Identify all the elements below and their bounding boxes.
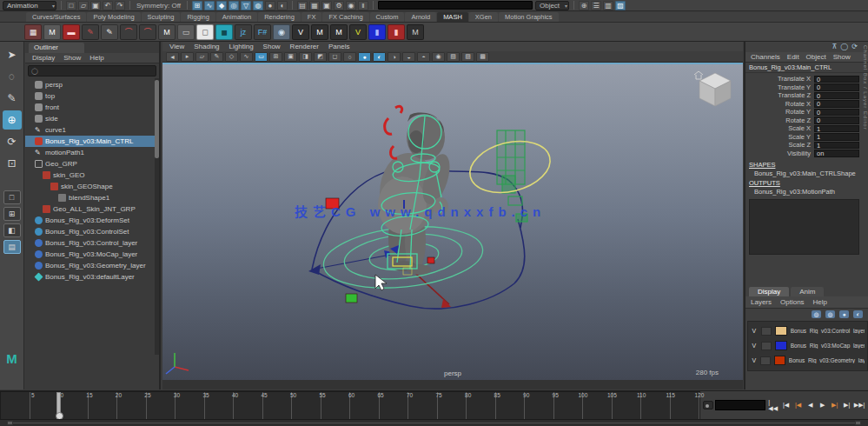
outliner-item[interactable]: Bonus_Rig_v03:ControlSet <box>25 226 159 237</box>
shelf-tab[interactable]: FX Caching <box>322 12 368 22</box>
hypershade-icon[interactable]: ◉ <box>346 1 356 10</box>
render-settings-icon[interactable]: ⚙ <box>334 1 344 10</box>
layout-single-pane-button[interactable]: □ <box>3 190 21 204</box>
shelf-item[interactable]: ⌒ <box>120 24 137 40</box>
attribute-label[interactable]: Visibility <box>787 150 811 157</box>
layer-name[interactable]: Bonus_Rig_v03:Geometry_layer <box>789 357 865 363</box>
shelf-item[interactable]: M <box>330 24 348 40</box>
time-tick[interactable]: 50 <box>263 392 293 419</box>
shelf-tab[interactable]: XGen <box>469 12 498 22</box>
shelf-item[interactable]: ▦ <box>24 24 42 40</box>
outliner-item[interactable]: Bonus_Rig_v03:MoCap_layer <box>25 249 159 260</box>
attribute-label[interactable]: Translate X <box>778 75 811 83</box>
range-slider[interactable] <box>0 419 868 426</box>
time-tick[interactable]: 10 <box>30 392 60 419</box>
shelf-item[interactable]: ⌒ <box>139 24 156 40</box>
channel-box-object-name[interactable]: Bonus_Rig_v03:Main_CTRL <box>745 63 868 73</box>
outliner-item[interactable]: blendShape1 <box>25 192 159 203</box>
save-scene-icon[interactable]: ▣ <box>90 1 101 10</box>
outliner-search[interactable]: ◯ <box>28 65 156 77</box>
shelf-tab[interactable]: Motion Graphics <box>499 12 559 22</box>
snap-view-plane-icon[interactable]: ▽ <box>241 1 251 10</box>
outliner-menu-item[interactable]: Display <box>32 54 55 62</box>
shelf-item[interactable]: ✎ <box>82 24 99 40</box>
attribute-value-field[interactable]: on <box>814 150 859 157</box>
paint-select-tool[interactable]: ✎ <box>3 89 22 108</box>
viewport-icon[interactable]: ▸ <box>181 52 194 62</box>
viewport-menu-item[interactable]: Renderer <box>290 43 319 50</box>
viewport-icon[interactable]: ◉ <box>432 52 445 62</box>
attribute-value-field[interactable]: 1 <box>814 142 859 150</box>
viewport-icon[interactable]: ○ <box>343 52 356 62</box>
step-forward-key-button[interactable]: ▶| <box>829 400 840 410</box>
outliner-item[interactable]: skin_GEO <box>25 170 159 181</box>
view-cube[interactable] <box>694 71 731 106</box>
outliner-item[interactable]: Bonus_Rig_v03:Geometry_layer <box>25 260 159 271</box>
layer-visibility-toggle[interactable]: V <box>751 328 758 334</box>
shelf-item[interactable]: F# <box>254 24 271 40</box>
outliner-item[interactable]: Bonus_Rig_v03:DeformSet <box>25 215 159 226</box>
layout-custom-button[interactable]: ▤ <box>3 240 21 254</box>
time-tick[interactable]: 120 <box>671 392 700 419</box>
layer-visibility-toggle[interactable]: V <box>751 343 758 349</box>
viewport-panel[interactable]: ViewShadingLightingShowRendererPanels ◄▸… <box>162 42 743 389</box>
pause-viewport-icon[interactable]: ‖ <box>358 1 368 10</box>
time-tick[interactable]: 90 <box>496 392 526 419</box>
3d-scene[interactable]: 技艺CG www.qdnxxfb.cn persp 280 fps <box>162 64 743 380</box>
shelf-item[interactable]: ▭ <box>177 24 195 40</box>
viewport-menu-item[interactable]: Show <box>263 43 281 50</box>
viewport-menu-item[interactable]: Shading <box>194 43 219 50</box>
layer-name[interactable]: Bonus_Rig_v03:MoCap_layer <box>791 343 865 349</box>
viewport-icon[interactable]: ▱ <box>195 52 209 62</box>
outliner-item[interactable]: Geo_GRP <box>25 158 159 170</box>
layout-two-pane-button[interactable]: ◧ <box>3 223 21 237</box>
rotate-tool[interactable]: ⟳ <box>3 132 22 151</box>
layer-type-toggle[interactable] <box>761 342 772 350</box>
shelf-item[interactable]: ▮ <box>388 24 405 40</box>
snap-projected-center-icon[interactable]: ◎ <box>229 1 239 10</box>
viewport-icon[interactable]: ● <box>358 52 371 62</box>
shape-node-name[interactable]: Bonus_Rig_v03:Main_CTRLShape <box>745 169 868 177</box>
attribute-value-field[interactable]: 0 <box>814 83 859 91</box>
time-tick[interactable]: 115 <box>641 392 671 419</box>
make-live-icon[interactable]: ◍ <box>253 1 263 10</box>
shelf-item[interactable]: M <box>407 24 424 40</box>
attribute-label[interactable]: Rotate X <box>785 100 811 108</box>
time-tick[interactable]: 55 <box>292 392 321 419</box>
viewport-icon[interactable]: ◩ <box>314 52 327 62</box>
snap-curve-icon[interactable]: ∿ <box>204 1 215 10</box>
attribute-label[interactable]: Scale X <box>788 124 811 132</box>
layer-type-toggle[interactable] <box>761 327 772 336</box>
shelf-tab[interactable]: Sculpting <box>142 12 181 22</box>
layer-color-swatch[interactable] <box>775 326 787 336</box>
shelf-item[interactable]: M <box>311 24 328 40</box>
viewport-icon[interactable]: ▩ <box>476 52 489 62</box>
output-node-name[interactable]: Bonus_Rig_v03:MotionPath <box>745 187 868 196</box>
move-layer-down-button[interactable]: ◍ <box>825 310 835 318</box>
outliner-menu-item[interactable]: Help <box>89 54 103 62</box>
open-scene-icon[interactable]: ▱ <box>78 1 89 10</box>
viewport-icon[interactable]: ✎ <box>210 52 223 62</box>
viewport-icon[interactable]: ◒ <box>402 52 415 62</box>
viewport-icon[interactable]: ▧ <box>447 52 460 62</box>
shelf-tab[interactable]: Rigging <box>181 12 215 22</box>
layer-visibility-toggle[interactable]: V <box>751 357 757 363</box>
time-tick[interactable]: 35 <box>176 392 205 419</box>
layout-four-pane-button[interactable]: ⊞ <box>3 207 21 221</box>
attribute-label[interactable]: Scale Z <box>789 141 811 149</box>
outliner-scrollbar[interactable] <box>155 78 159 355</box>
symmetry-dropdown[interactable]: Symmetry: Off <box>135 2 182 10</box>
character-controls-icon[interactable]: ☰ <box>591 1 601 10</box>
outliner-item[interactable]: Bonus_Rig_v03:Control_layer <box>25 237 159 249</box>
step-back-key-button[interactable]: |◀ <box>792 400 804 410</box>
range-slider-left-handle[interactable] <box>7 421 13 425</box>
move-tool[interactable]: ⊕ <box>3 110 22 130</box>
outliner-item[interactable]: Bonus_Rig_v03:Main_CTRL <box>25 136 159 147</box>
shelf-item[interactable]: M <box>158 24 176 40</box>
menu-set-dropdown[interactable]: Animation <box>3 1 56 10</box>
shelf-tab[interactable]: Poly Modeling <box>87 12 140 22</box>
scrollbar-thumb[interactable] <box>155 80 159 158</box>
redo-icon[interactable]: ↷ <box>115 1 125 10</box>
layer-type-toggle[interactable] <box>760 356 770 365</box>
outliner-item[interactable]: front <box>25 102 159 113</box>
